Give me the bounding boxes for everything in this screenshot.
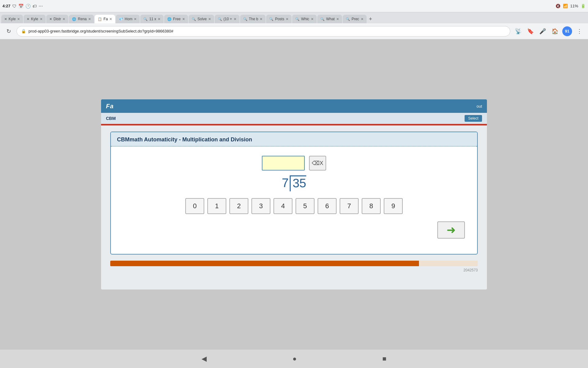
clock-icon: 🕐	[25, 4, 31, 9]
tab-close-icon[interactable]: ✕	[17, 17, 20, 21]
tab-label: What	[326, 17, 335, 21]
menu-icon[interactable]: ⋮	[575, 26, 584, 36]
address-bar: ↻ 🔒 prod-app03-green.fastbridge.org/stud…	[0, 23, 588, 39]
fastbridge-subheader: CBM Select	[101, 113, 487, 124]
cast-icon[interactable]: 📡	[513, 26, 523, 36]
tab-t6[interactable]: 💎Hom✕	[116, 15, 140, 23]
page-background: Fa out CBM Select CBMmath Automaticity -…	[0, 39, 588, 350]
subheader-select-button[interactable]: Select	[465, 115, 482, 122]
logout-button[interactable]: out	[477, 104, 482, 109]
tab-label: Hom	[125, 17, 132, 21]
tab-favicon: 🔍	[269, 17, 273, 21]
tab-t1[interactable]: ✕Kyle✕	[1, 15, 23, 23]
subheader-text: CBM	[106, 116, 116, 121]
extension-icon[interactable]: 91	[562, 26, 572, 36]
tab-label: Solve	[198, 17, 207, 21]
modal-title-bar: CBMmath Automaticity - Multiplication an…	[111, 132, 477, 146]
tab-t5[interactable]: 📋Fa✕	[95, 15, 115, 23]
tab-label: Rena	[78, 17, 87, 21]
tab-t13[interactable]: 🔍Whic✕	[292, 15, 317, 23]
tag-icon: 🏷	[32, 4, 37, 9]
num-btn-7[interactable]: 7	[340, 198, 359, 214]
tab-t9[interactable]: 🔍Solve✕	[189, 15, 214, 23]
url-box[interactable]: 🔒 prod-app03-green.fastbridge.org/studen…	[17, 26, 510, 36]
bookmark-icon[interactable]: 🔖	[526, 26, 535, 36]
recents-button[interactable]: ■	[383, 355, 386, 363]
android-nav-bar: ◀ ● ■	[0, 350, 588, 368]
tab-close-icon[interactable]: ✕	[234, 17, 236, 21]
tab-t15[interactable]: 🔍Prec✕	[343, 15, 367, 23]
calendar-icon: 📅	[18, 4, 24, 9]
tab-close-icon[interactable]: ✕	[208, 17, 211, 21]
tab-close-icon[interactable]: ✕	[286, 17, 288, 21]
tab-close-icon[interactable]: ✕	[336, 17, 339, 21]
tab-bar: ✕Kyle✕✕Kyle✕✕Distr✕🌐Rena✕📋Fa✕💎Hom✕🔍11 x✕…	[0, 12, 588, 23]
back-button[interactable]: ◀	[202, 355, 207, 363]
modal-body: ⌫X 7 35 0123456789 ➜	[111, 147, 477, 248]
microphone-icon[interactable]: 🎤	[538, 26, 548, 36]
division-bracket: 35	[290, 175, 306, 191]
home-button[interactable]: ●	[292, 355, 296, 363]
tab-t12[interactable]: 🔍Posts✕	[266, 15, 292, 23]
backspace-icon: ⌫X	[312, 160, 323, 167]
tab-close-icon[interactable]: ✕	[361, 17, 364, 21]
tab-close-icon[interactable]: ✕	[158, 17, 160, 21]
tab-close-icon[interactable]: ✕	[88, 17, 91, 21]
tab-label: Posts	[275, 17, 284, 21]
tab-t14[interactable]: 🔍What✕	[317, 15, 342, 23]
tab-close-icon[interactable]: ✕	[40, 17, 43, 21]
chrome-tray-icons: 🛡 📅 🕐 🏷 ⋯	[12, 4, 43, 9]
num-btn-5[interactable]: 5	[296, 198, 315, 214]
num-btn-2[interactable]: 2	[229, 198, 248, 214]
wifi-icon: 📶	[563, 4, 568, 8]
tab-close-icon[interactable]: ✕	[62, 17, 65, 21]
num-btn-0[interactable]: 0	[185, 198, 204, 214]
num-btn-4[interactable]: 4	[273, 198, 292, 214]
tab-label: Kyle	[9, 17, 16, 21]
tab-close-icon[interactable]: ✕	[182, 17, 185, 21]
num-btn-8[interactable]: 8	[362, 198, 381, 214]
answer-input[interactable]	[262, 156, 305, 171]
tab-favicon: 🔍	[143, 17, 148, 21]
num-btn-6[interactable]: 6	[318, 198, 337, 214]
battery-icon: 🔋	[581, 4, 586, 8]
progress-fill	[110, 261, 419, 266]
tab-close-icon[interactable]: ✕	[311, 17, 314, 21]
tab-t7[interactable]: 🔍11 x✕	[140, 15, 164, 23]
fastbridge-container: Fa out CBM Select CBMmath Automaticity -…	[101, 99, 487, 289]
tab-t8[interactable]: 🌐Free✕	[164, 15, 188, 23]
toolbar-icons: 📡 🔖 🎤 🏠 91 ⋮	[513, 26, 584, 36]
reload-button[interactable]: ↻	[4, 26, 13, 36]
progress-bar-container	[110, 261, 478, 266]
num-btn-9[interactable]: 9	[384, 198, 403, 214]
system-time: 4:27	[2, 4, 10, 8]
tab-favicon: 💎	[119, 17, 123, 21]
tab-close-icon[interactable]: ✕	[109, 17, 112, 21]
tab-t3[interactable]: ✕Distr✕	[46, 15, 69, 23]
tab-t4[interactable]: 🌐Rena✕	[69, 15, 94, 23]
tab-close-icon[interactable]: ✕	[134, 17, 137, 21]
more-dots-icon: ⋯	[39, 4, 43, 9]
red-accent-bar	[101, 124, 487, 125]
num-btn-3[interactable]: 3	[251, 198, 270, 214]
num-btn-1[interactable]: 1	[207, 198, 226, 214]
tab-t11[interactable]: 🔍The b✕	[240, 15, 266, 23]
tab-t10[interactable]: 🔍(10 +✕	[215, 15, 239, 23]
footer: 2042573	[101, 266, 487, 272]
answer-area: ⌫X	[262, 156, 326, 171]
new-tab-button[interactable]: +	[367, 15, 374, 23]
tab-favicon: 🔍	[346, 17, 350, 21]
session-id: 2042573	[463, 268, 478, 272]
tab-label: The b	[249, 17, 258, 21]
tab-t2[interactable]: ✕Kyle✕	[24, 15, 45, 23]
tab-close-icon[interactable]: ✕	[260, 17, 262, 21]
backspace-button[interactable]: ⌫X	[309, 156, 326, 171]
dividend-value: 35	[291, 175, 306, 190]
tab-favicon: 🌐	[167, 17, 172, 21]
modal-title: CBMmath Automaticity - Multiplication an…	[117, 136, 252, 143]
home-icon[interactable]: 🏠	[550, 26, 560, 36]
system-tray: 🔇 📶 11% 🔋	[556, 4, 586, 8]
tab-favicon: 🔍	[243, 17, 247, 21]
chrome-status-bar: 4:27 🛡 📅 🕐 🏷 ⋯ 🔇 📶 11% 🔋	[0, 0, 588, 12]
next-button[interactable]: ➜	[437, 221, 465, 239]
